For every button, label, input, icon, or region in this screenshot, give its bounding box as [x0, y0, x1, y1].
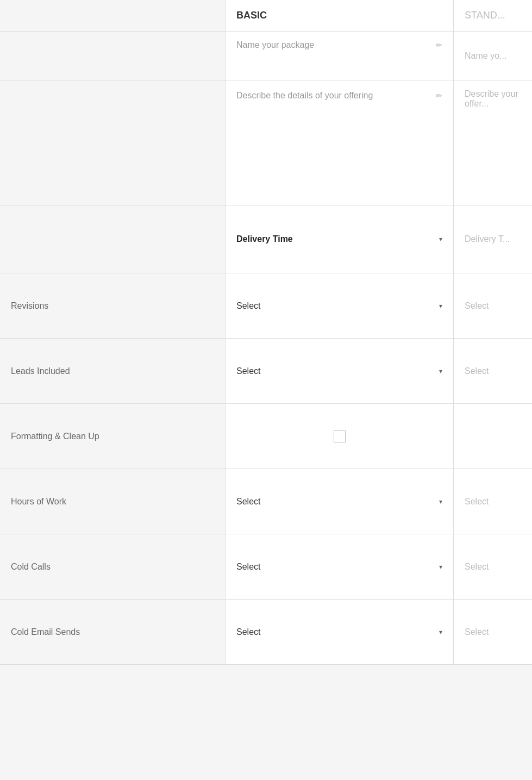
hours-select-label: Select [236, 497, 435, 507]
formatting-standard-cell [454, 404, 532, 469]
leads-select-label: Select [236, 366, 435, 376]
revisions-label-cell: Revisions [0, 273, 226, 339]
leads-standard-cell: Select [454, 339, 532, 404]
revisions-select-label: Select [236, 301, 435, 311]
header-label-col [0, 0, 226, 32]
package-name-label-cell [0, 32, 226, 80]
hours-basic-cell[interactable]: Select ▾ [226, 469, 454, 534]
leads-label: Leads Included [11, 366, 70, 376]
cold-calls-dropdown[interactable]: Select ▾ [236, 562, 442, 572]
formatting-checkbox-wrapper[interactable] [236, 430, 442, 442]
description-basic-cell[interactable]: Describe the details of your offering ✏ [226, 80, 454, 205]
revisions-label: Revisions [11, 301, 48, 311]
cold-calls-select-label: Select [236, 562, 435, 572]
description-placeholder: Describe the details of your offering [236, 89, 373, 102]
pencil-icon: ✏ [436, 41, 442, 49]
leads-basic-cell[interactable]: Select ▾ [226, 339, 454, 404]
cold-calls-standard-text: Select [465, 562, 489, 572]
leads-standard-text: Select [465, 366, 489, 376]
hours-standard-text: Select [465, 497, 489, 507]
hours-standard-cell: Select [454, 469, 532, 534]
delivery-time-dropdown[interactable]: Delivery Time ▾ [236, 234, 442, 244]
hours-label: Hours of Work [11, 497, 66, 507]
description-label-cell [0, 80, 226, 205]
hours-dropdown[interactable]: Select ▾ [236, 497, 442, 507]
package-name-input[interactable]: Name your package ✏ [236, 40, 442, 50]
package-name-placeholder: Name your package [236, 40, 314, 50]
cold-email-label: Cold Email Sends [11, 627, 80, 637]
description-standard-cell: Describe your offer... [454, 80, 532, 205]
leads-dropdown[interactable]: Select ▾ [236, 366, 442, 376]
cold-calls-basic-cell[interactable]: Select ▾ [226, 534, 454, 600]
formatting-cleanup-checkbox[interactable] [334, 430, 346, 442]
delivery-time-standard-text: Delivery T... [465, 234, 510, 244]
delivery-time-select-label: Delivery Time [236, 234, 435, 244]
cold-email-select-label: Select [236, 627, 435, 637]
basic-header-label: BASIC [236, 10, 267, 21]
delivery-time-standard-cell: Delivery T... [454, 205, 532, 273]
revisions-chevron-icon: ▾ [439, 302, 442, 310]
header-standard-col: STAND... [454, 0, 532, 32]
cold-email-basic-cell[interactable]: Select ▾ [226, 600, 454, 665]
cold-calls-chevron-icon: ▾ [439, 563, 442, 571]
package-name-basic-cell[interactable]: Name your package ✏ [226, 32, 454, 80]
formatting-label: Formatting & Clean Up [11, 432, 99, 441]
revisions-basic-cell[interactable]: Select ▾ [226, 273, 454, 339]
cold-email-standard-cell: Select [454, 600, 532, 665]
package-name-standard-text: Name yo... [465, 51, 506, 61]
delivery-time-chevron-icon: ▾ [439, 235, 442, 243]
standard-header-label: STAND... [465, 10, 505, 21]
pricing-table: BASIC STAND... Name your package ✏ Name … [0, 0, 532, 665]
cold-email-standard-text: Select [465, 627, 489, 637]
leads-label-cell: Leads Included [0, 339, 226, 404]
description-standard-text: Describe your offer... [465, 89, 521, 109]
cold-email-label-cell: Cold Email Sends [0, 600, 226, 665]
table-grid: BASIC STAND... Name your package ✏ Name … [0, 0, 532, 665]
revisions-standard-cell: Select [454, 273, 532, 339]
formatting-basic-cell[interactable] [226, 404, 454, 469]
cold-email-chevron-icon: ▾ [439, 628, 442, 636]
formatting-label-cell: Formatting & Clean Up [0, 404, 226, 469]
leads-chevron-icon: ▾ [439, 367, 442, 375]
cold-calls-label-cell: Cold Calls [0, 534, 226, 600]
hours-label-cell: Hours of Work [0, 469, 226, 534]
description-pencil-icon: ✏ [436, 90, 442, 102]
revisions-dropdown[interactable]: Select ▾ [236, 301, 442, 311]
header-basic-col: BASIC [226, 0, 454, 32]
cold-email-dropdown[interactable]: Select ▾ [236, 627, 442, 637]
delivery-time-basic-cell[interactable]: Delivery Time ▾ [226, 205, 454, 273]
cold-calls-standard-cell: Select [454, 534, 532, 600]
hours-chevron-icon: ▾ [439, 498, 442, 506]
delivery-time-label-cell [0, 205, 226, 273]
package-name-standard-cell: Name yo... [454, 32, 532, 80]
revisions-standard-text: Select [465, 301, 489, 311]
description-input[interactable]: Describe the details of your offering ✏ [236, 89, 442, 102]
cold-calls-label: Cold Calls [11, 562, 51, 572]
